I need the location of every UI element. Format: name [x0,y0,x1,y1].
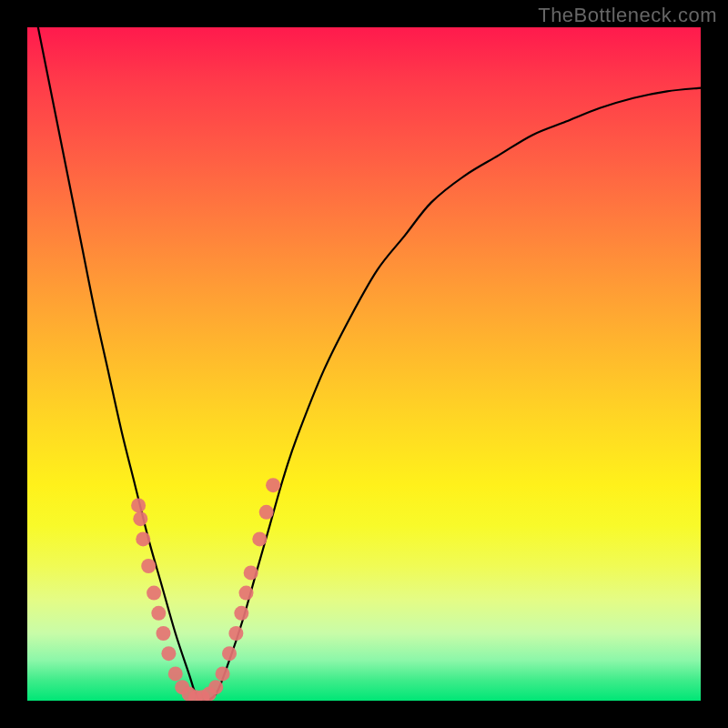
bottleneck-curve [27,27,701,701]
data-marker [151,606,166,621]
data-marker [259,505,274,520]
data-markers [131,478,280,701]
data-marker [244,565,258,580]
data-marker [234,606,248,621]
frame-left [0,27,27,701]
data-marker [239,586,254,601]
data-marker [147,586,161,601]
data-marker [252,531,267,546]
data-marker [136,531,150,546]
plot-area [27,27,701,701]
data-marker [156,626,170,641]
frame-bottom [0,701,728,728]
watermark-text: TheBottleneck.com [538,4,717,27]
data-marker [133,511,147,526]
data-marker [266,478,280,492]
chart-container: TheBottleneck.com [0,0,728,728]
data-marker [216,666,230,681]
data-marker [161,646,176,661]
data-marker [208,680,223,694]
curve-layer [27,27,701,701]
data-marker [131,498,146,512]
data-marker [228,626,243,641]
data-marker [222,646,237,661]
data-marker [141,559,156,573]
data-marker [168,666,183,681]
frame-right [701,27,728,701]
